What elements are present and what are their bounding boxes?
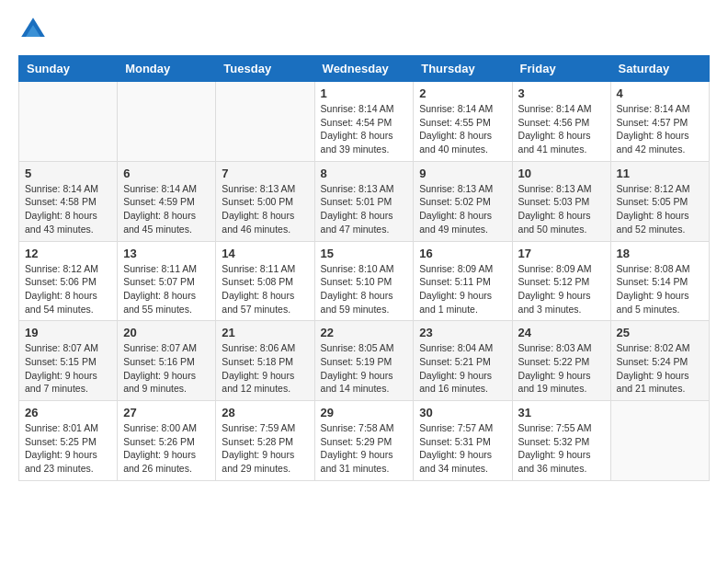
day-number: 21 <box>222 326 308 339</box>
calendar-cell: 10Sunrise: 8:13 AM Sunset: 5:03 PM Dayli… <box>512 161 610 241</box>
calendar-cell: 5Sunrise: 8:14 AM Sunset: 4:58 PM Daylig… <box>19 161 118 241</box>
calendar-header-tuesday: Tuesday <box>216 56 314 82</box>
day-info: Sunrise: 8:09 AM Sunset: 5:11 PM Dayligh… <box>419 262 506 316</box>
calendar-week-3: 19Sunrise: 8:07 AM Sunset: 5:15 PM Dayli… <box>19 321 710 401</box>
day-info: Sunrise: 8:07 AM Sunset: 5:15 PM Dayligh… <box>25 341 111 396</box>
calendar-cell: 18Sunrise: 8:08 AM Sunset: 5:14 PM Dayli… <box>610 241 709 321</box>
calendar-cell: 4Sunrise: 8:14 AM Sunset: 4:57 PM Daylig… <box>610 82 709 162</box>
day-info: Sunrise: 8:01 AM Sunset: 5:25 PM Dayligh… <box>25 421 111 476</box>
day-number: 7 <box>222 167 308 180</box>
day-info: Sunrise: 8:05 AM Sunset: 5:19 PM Dayligh… <box>321 341 408 396</box>
calendar-week-4: 26Sunrise: 8:01 AM Sunset: 5:25 PM Dayli… <box>19 401 710 481</box>
calendar-cell: 12Sunrise: 8:12 AM Sunset: 5:06 PM Dayli… <box>19 241 118 321</box>
day-info: Sunrise: 7:57 AM Sunset: 5:31 PM Dayligh… <box>419 421 506 476</box>
day-number: 31 <box>518 406 605 419</box>
day-info: Sunrise: 8:12 AM Sunset: 5:05 PM Dayligh… <box>617 182 703 236</box>
day-info: Sunrise: 8:07 AM Sunset: 5:16 PM Dayligh… <box>123 341 210 396</box>
calendar-cell: 25Sunrise: 8:02 AM Sunset: 5:24 PM Dayli… <box>610 321 709 401</box>
calendar-cell: 28Sunrise: 7:59 AM Sunset: 5:28 PM Dayli… <box>216 401 314 481</box>
day-number: 11 <box>617 167 703 180</box>
calendar-header-saturday: Saturday <box>610 56 709 82</box>
calendar-cell: 14Sunrise: 8:11 AM Sunset: 5:08 PM Dayli… <box>216 241 314 321</box>
calendar-cell: 16Sunrise: 8:09 AM Sunset: 5:11 PM Dayli… <box>414 241 512 321</box>
calendar-cell <box>610 401 709 481</box>
day-number: 9 <box>419 167 506 180</box>
day-info: Sunrise: 8:08 AM Sunset: 5:14 PM Dayligh… <box>617 262 703 316</box>
day-number: 25 <box>617 326 703 339</box>
day-info: Sunrise: 8:14 AM Sunset: 4:54 PM Dayligh… <box>321 102 408 156</box>
calendar-cell <box>19 82 118 162</box>
day-number: 18 <box>617 247 703 260</box>
calendar-cell: 6Sunrise: 8:14 AM Sunset: 4:59 PM Daylig… <box>118 161 216 241</box>
calendar-cell <box>216 82 314 162</box>
day-info: Sunrise: 8:14 AM Sunset: 4:56 PM Dayligh… <box>518 102 605 156</box>
calendar-cell: 30Sunrise: 7:57 AM Sunset: 5:31 PM Dayli… <box>414 401 512 481</box>
calendar-cell: 17Sunrise: 8:09 AM Sunset: 5:12 PM Dayli… <box>512 241 610 321</box>
day-info: Sunrise: 8:11 AM Sunset: 5:07 PM Dayligh… <box>123 262 210 316</box>
day-number: 28 <box>222 406 308 419</box>
day-number: 3 <box>518 86 605 100</box>
calendar-cell: 3Sunrise: 8:14 AM Sunset: 4:56 PM Daylig… <box>512 82 610 162</box>
calendar-cell: 24Sunrise: 8:03 AM Sunset: 5:22 PM Dayli… <box>512 321 610 401</box>
calendar-cell <box>118 82 216 162</box>
calendar-header-wednesday: Wednesday <box>314 56 414 82</box>
day-info: Sunrise: 8:10 AM Sunset: 5:10 PM Dayligh… <box>321 262 408 316</box>
day-number: 29 <box>321 406 408 419</box>
day-number: 24 <box>518 326 605 339</box>
day-info: Sunrise: 8:03 AM Sunset: 5:22 PM Dayligh… <box>518 341 605 396</box>
calendar-cell: 23Sunrise: 8:04 AM Sunset: 5:21 PM Dayli… <box>414 321 512 401</box>
day-number: 10 <box>518 167 605 180</box>
day-number: 15 <box>321 247 408 260</box>
day-info: Sunrise: 8:11 AM Sunset: 5:08 PM Dayligh… <box>222 262 308 316</box>
day-info: Sunrise: 8:00 AM Sunset: 5:26 PM Dayligh… <box>123 421 210 476</box>
day-number: 12 <box>25 247 111 260</box>
calendar-week-2: 12Sunrise: 8:12 AM Sunset: 5:06 PM Dayli… <box>19 241 710 321</box>
day-info: Sunrise: 8:04 AM Sunset: 5:21 PM Dayligh… <box>419 341 506 396</box>
day-number: 23 <box>419 326 506 339</box>
day-info: Sunrise: 8:13 AM Sunset: 5:02 PM Dayligh… <box>419 182 506 236</box>
day-info: Sunrise: 8:09 AM Sunset: 5:12 PM Dayligh… <box>518 262 605 316</box>
day-info: Sunrise: 7:55 AM Sunset: 5:32 PM Dayligh… <box>518 421 605 476</box>
calendar-cell: 29Sunrise: 7:58 AM Sunset: 5:29 PM Dayli… <box>314 401 414 481</box>
day-number: 30 <box>419 406 506 419</box>
day-number: 1 <box>321 86 408 100</box>
day-number: 16 <box>419 247 506 260</box>
calendar-cell: 21Sunrise: 8:06 AM Sunset: 5:18 PM Dayli… <box>216 321 314 401</box>
header <box>18 15 710 44</box>
calendar-cell: 11Sunrise: 8:12 AM Sunset: 5:05 PM Dayli… <box>610 161 709 241</box>
day-info: Sunrise: 8:13 AM Sunset: 5:01 PM Dayligh… <box>321 182 408 236</box>
calendar-table: SundayMondayTuesdayWednesdayThursdayFrid… <box>18 55 710 481</box>
calendar-week-0: 1Sunrise: 8:14 AM Sunset: 4:54 PM Daylig… <box>19 82 710 162</box>
day-number: 20 <box>123 326 210 339</box>
calendar-week-1: 5Sunrise: 8:14 AM Sunset: 4:58 PM Daylig… <box>19 161 710 241</box>
day-number: 22 <box>321 326 408 339</box>
day-info: Sunrise: 8:14 AM Sunset: 4:58 PM Dayligh… <box>25 182 111 236</box>
calendar-cell: 9Sunrise: 8:13 AM Sunset: 5:02 PM Daylig… <box>414 161 512 241</box>
calendar-cell: 26Sunrise: 8:01 AM Sunset: 5:25 PM Dayli… <box>19 401 118 481</box>
day-info: Sunrise: 8:14 AM Sunset: 4:59 PM Dayligh… <box>123 182 210 236</box>
day-number: 17 <box>518 247 605 260</box>
day-info: Sunrise: 8:13 AM Sunset: 5:03 PM Dayligh… <box>518 182 605 236</box>
day-number: 14 <box>222 247 308 260</box>
day-number: 13 <box>123 247 210 260</box>
day-info: Sunrise: 8:13 AM Sunset: 5:00 PM Dayligh… <box>222 182 308 236</box>
calendar-header-friday: Friday <box>512 56 610 82</box>
logo-icon <box>18 15 48 44</box>
calendar-cell: 2Sunrise: 8:14 AM Sunset: 4:55 PM Daylig… <box>414 82 512 162</box>
calendar-header-monday: Monday <box>118 56 216 82</box>
calendar-cell: 1Sunrise: 8:14 AM Sunset: 4:54 PM Daylig… <box>314 82 414 162</box>
day-number: 6 <box>123 167 210 180</box>
calendar-header-sunday: Sunday <box>19 56 118 82</box>
calendar-cell: 22Sunrise: 8:05 AM Sunset: 5:19 PM Dayli… <box>314 321 414 401</box>
day-info: Sunrise: 8:06 AM Sunset: 5:18 PM Dayligh… <box>222 341 308 396</box>
calendar-cell: 19Sunrise: 8:07 AM Sunset: 5:15 PM Dayli… <box>19 321 118 401</box>
day-info: Sunrise: 8:14 AM Sunset: 4:57 PM Dayligh… <box>617 102 703 156</box>
day-info: Sunrise: 7:58 AM Sunset: 5:29 PM Dayligh… <box>321 421 408 476</box>
day-number: 27 <box>123 406 210 419</box>
page: SundayMondayTuesdayWednesdayThursdayFrid… <box>0 0 728 500</box>
day-number: 8 <box>321 167 408 180</box>
calendar-cell: 27Sunrise: 8:00 AM Sunset: 5:26 PM Dayli… <box>118 401 216 481</box>
calendar-cell: 7Sunrise: 8:13 AM Sunset: 5:00 PM Daylig… <box>216 161 314 241</box>
day-info: Sunrise: 8:02 AM Sunset: 5:24 PM Dayligh… <box>617 341 703 396</box>
day-info: Sunrise: 7:59 AM Sunset: 5:28 PM Dayligh… <box>222 421 308 476</box>
